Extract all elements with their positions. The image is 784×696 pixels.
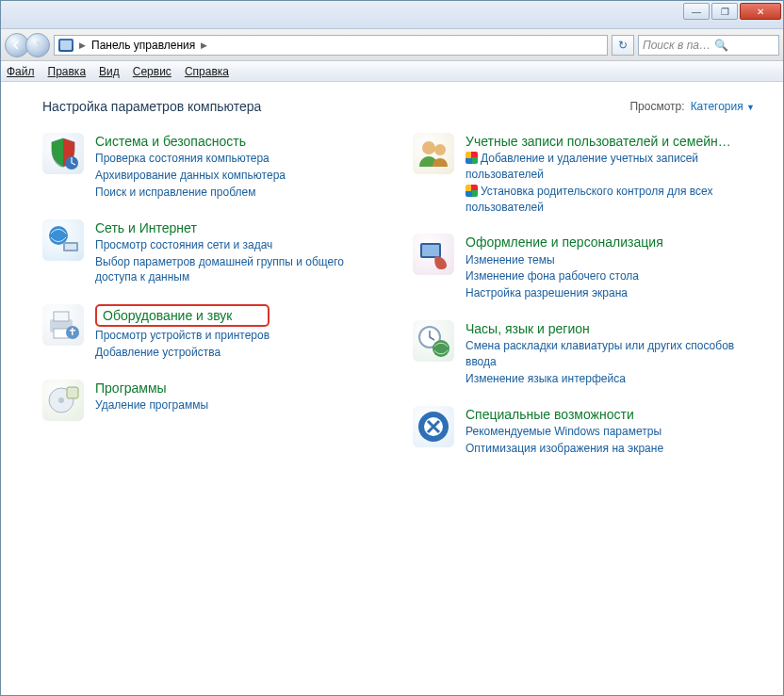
content-header: Настройка параметров компьютера Просмотр… (42, 99, 755, 114)
link-backup[interactable]: Архивирование данных компьютера (95, 168, 286, 184)
svg-rect-16 (422, 245, 439, 256)
back-arrow-icon (12, 40, 22, 50)
link-recommended-settings[interactable]: Рекомендуемые Windows параметры (466, 424, 663, 440)
hardware-highlight: Оборудование и звук (95, 304, 270, 327)
menu-tools[interactable]: Сервис (133, 65, 172, 78)
cat-clock: Часы, язык и регион Смена раскладки клав… (413, 320, 755, 387)
nav-buttons (5, 33, 50, 57)
menu-help[interactable]: Справка (185, 65, 229, 78)
breadcrumb-sep-icon: ▶ (79, 40, 86, 50)
ease-of-access-icon (413, 406, 454, 447)
breadcrumb-root[interactable]: Панель управления (91, 39, 195, 52)
cat-system-security: Система и безопасность Проверка состояни… (42, 133, 384, 201)
appearance-icon (413, 234, 454, 275)
close-button[interactable]: ✕ (740, 3, 781, 20)
nav-row: ▶ Панель управления ▶ ↻ Поиск в па… 🔍 (1, 29, 783, 61)
content-area: Настройка параметров компьютера Просмотр… (1, 82, 783, 695)
refresh-button[interactable]: ↻ (612, 35, 634, 56)
cat-title-ease[interactable]: Специальные возможности (466, 406, 663, 423)
minimize-button[interactable]: — (683, 3, 710, 20)
network-icon (42, 219, 84, 261)
link-add-remove-accounts[interactable]: Добавление и удаление учетных записей по… (466, 151, 755, 183)
cat-appearance: Оформление и персонализация Изменение те… (413, 234, 755, 301)
link-change-wallpaper[interactable]: Изменение фона рабочего стола (466, 268, 663, 284)
breadcrumb-sep-icon: ▶ (201, 40, 207, 50)
link-ui-language[interactable]: Изменение языка интерфейса (466, 371, 755, 387)
shield-icon (42, 133, 84, 174)
programs-icon (42, 380, 84, 421)
menu-file[interactable]: Файл (7, 65, 35, 78)
cat-title-appearance[interactable]: Оформление и персонализация (466, 234, 663, 251)
right-column: Учетные записи пользователей и семейн… Д… (413, 133, 755, 456)
link-screen-resolution[interactable]: Настройка разрешения экрана (466, 285, 663, 301)
menu-bar: Файл Правка Вид Сервис Справка (1, 61, 783, 82)
search-input[interactable]: Поиск в па… 🔍 (638, 35, 779, 56)
link-network-status[interactable]: Просмотр состояния сети и задач (95, 237, 384, 253)
link-check-status[interactable]: Проверка состояния компьютера (95, 151, 286, 167)
users-icon (413, 133, 454, 174)
chevron-down-icon: ▼ (746, 103, 755, 112)
svg-point-13 (422, 141, 435, 154)
link-uninstall[interactable]: Удаление программы (95, 397, 208, 413)
cat-ease-of-access: Специальные возможности Рекомендуемые Wi… (413, 406, 755, 457)
search-icon: 🔍 (714, 39, 728, 52)
forward-button[interactable] (25, 33, 50, 57)
cat-title-programs[interactable]: Программы (95, 380, 208, 397)
menu-view[interactable]: Вид (99, 65, 120, 78)
link-devices-printers[interactable]: Просмотр устройств и принтеров (95, 328, 270, 344)
link-change-theme[interactable]: Изменение темы (466, 252, 663, 268)
view-by-label: Просмотр: (629, 100, 684, 113)
svg-rect-5 (54, 312, 69, 321)
cat-title-hardware[interactable]: Оборудование и звук (103, 308, 233, 323)
address-bar[interactable]: ▶ Панель управления ▶ (54, 35, 608, 56)
cat-title-security[interactable]: Система и безопасность (95, 133, 286, 150)
search-placeholder: Поиск в па… (643, 39, 710, 52)
page-title: Настройка параметров компьютера (42, 99, 261, 114)
forward-arrow-icon (33, 40, 42, 50)
cat-hardware: Оборудование и звук Просмотр устройств и… (42, 304, 384, 361)
link-keyboard-layout[interactable]: Смена раскладки клавиатуры или других сп… (466, 338, 755, 370)
link-add-device[interactable]: Добавление устройства (95, 345, 270, 361)
link-parental-controls[interactable]: Установка родительского контроля для все… (466, 184, 755, 216)
cat-users: Учетные записи пользователей и семейн… Д… (413, 133, 755, 215)
svg-rect-9 (72, 328, 74, 335)
category-columns: Система и безопасность Проверка состояни… (42, 133, 755, 456)
svg-point-18 (433, 340, 449, 357)
control-panel-window: — ❐ ✕ ▶ Панель управления ▶ ↻ Поиск в па… (0, 0, 784, 696)
cat-programs: Программы Удаление программы (42, 380, 384, 421)
link-troubleshoot[interactable]: Поиск и исправление проблем (95, 185, 286, 201)
cat-title-users[interactable]: Учетные записи пользователей и семейн… (466, 133, 755, 150)
link-homegroup[interactable]: Выбор параметров домашней группы и общег… (95, 254, 384, 286)
link-optimize-display[interactable]: Оптимизация изображения на экране (466, 441, 663, 457)
svg-rect-12 (67, 387, 78, 398)
clock-icon (413, 320, 454, 362)
view-by: Просмотр: Категория ▼ (629, 100, 755, 113)
svg-rect-3 (65, 244, 76, 250)
maximize-button[interactable]: ❐ (711, 3, 738, 20)
left-column: Система и безопасность Проверка состояни… (42, 133, 384, 456)
control-panel-icon (58, 39, 74, 52)
refresh-icon: ↻ (618, 39, 628, 52)
view-by-dropdown[interactable]: Категория ▼ (691, 100, 755, 113)
cat-network: Сеть и Интернет Просмотр состояния сети … (42, 219, 384, 286)
svg-point-14 (434, 144, 446, 155)
printer-icon (42, 304, 84, 346)
cat-title-clock[interactable]: Часы, язык и регион (466, 320, 755, 337)
titlebar: — ❐ ✕ (1, 1, 783, 29)
menu-edit[interactable]: Правка (48, 65, 87, 78)
cat-title-network[interactable]: Сеть и Интернет (95, 219, 384, 236)
svg-point-11 (58, 397, 64, 403)
